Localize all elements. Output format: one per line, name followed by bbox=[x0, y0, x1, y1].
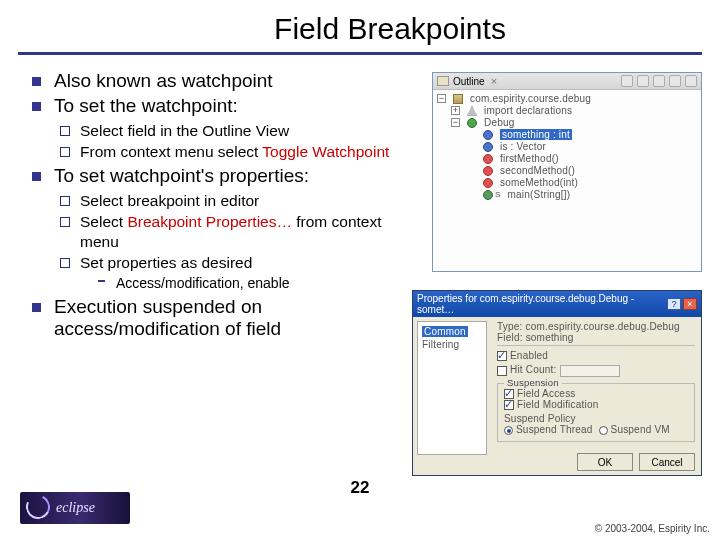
bullet-text: To set the watchpoint: bbox=[54, 95, 238, 116]
title-area: Field Breakpoints bbox=[0, 0, 720, 55]
enabled-checkbox[interactable] bbox=[497, 351, 507, 361]
tree-imports[interactable]: import declarations bbox=[484, 105, 572, 116]
hitcount-label: Hit Count: bbox=[510, 364, 556, 375]
type-label: Type: bbox=[497, 321, 522, 332]
static-method-icon bbox=[483, 190, 493, 200]
outline-tab[interactable]: Outline × bbox=[433, 73, 701, 90]
class-icon bbox=[467, 118, 477, 128]
outline-view: Outline × − com.espirity.course.debug + … bbox=[432, 72, 702, 272]
tree-method[interactable]: someMethod(int) bbox=[500, 177, 578, 188]
title-underline bbox=[18, 52, 702, 55]
category-filtering[interactable]: Filtering bbox=[422, 339, 459, 350]
sort-icon[interactable] bbox=[621, 75, 633, 87]
subsub-access-mod: Access/modification, enable bbox=[98, 275, 397, 293]
field-access-label: Field Access bbox=[517, 388, 576, 399]
method-icon bbox=[483, 154, 493, 164]
tree-package[interactable]: com.espirity.course.debug bbox=[470, 93, 591, 104]
page-number: 22 bbox=[351, 478, 370, 498]
emphasis-toggle: Toggle Watchpoint bbox=[262, 143, 389, 160]
package-icon bbox=[453, 94, 463, 104]
eclipse-ring-icon bbox=[23, 492, 54, 523]
copyright-text: © 2003-2004, Espirity Inc. bbox=[595, 523, 710, 534]
outline-icon bbox=[437, 76, 449, 86]
suspension-group: Suspension Field Access Field Modificati… bbox=[497, 383, 695, 443]
static-badge: S bbox=[495, 190, 501, 199]
field-modification-checkbox[interactable] bbox=[504, 400, 514, 410]
bullet-set-properties: To set watchpoint's properties: Select b… bbox=[32, 165, 397, 293]
expand-icon[interactable]: + bbox=[451, 106, 460, 115]
method-icon bbox=[483, 166, 493, 176]
import-icon bbox=[467, 106, 477, 116]
dialog-titlebar[interactable]: Properties for com.espirity.course.debug… bbox=[413, 291, 701, 317]
outline-toolbar bbox=[621, 75, 697, 87]
properties-panel: Type: com.espirity.course.debug.Debug Fi… bbox=[491, 317, 701, 459]
suspend-vm-radio[interactable] bbox=[599, 426, 608, 435]
sub-toggle-watchpoint: From context menu select Toggle Watchpoi… bbox=[60, 142, 397, 161]
method-icon bbox=[483, 178, 493, 188]
properties-categories: Common Filtering bbox=[417, 321, 487, 455]
help-button[interactable]: ? bbox=[667, 298, 681, 310]
suspend-policy-label: Suspend Policy bbox=[504, 413, 576, 424]
hide-fields-icon[interactable] bbox=[637, 75, 649, 87]
suspension-label: Suspension bbox=[504, 377, 562, 388]
close-button[interactable]: × bbox=[683, 298, 697, 310]
hide-static-icon[interactable] bbox=[653, 75, 665, 87]
tree-method[interactable]: main(String[]) bbox=[508, 189, 571, 200]
sub-set-properties: Set properties as desired Access/modific… bbox=[60, 253, 397, 293]
bullet-alias: Also known as watchpoint bbox=[32, 70, 397, 92]
hide-nonpublic-icon[interactable] bbox=[669, 75, 681, 87]
ok-button[interactable]: OK bbox=[577, 453, 633, 471]
sub-breakpoint-properties: Select Breakpoint Properties… from conte… bbox=[60, 212, 397, 251]
sub-select-breakpoint: Select breakpoint in editor bbox=[60, 191, 397, 210]
tree-class[interactable]: Debug bbox=[484, 117, 514, 128]
tree-method[interactable]: secondMethod() bbox=[500, 165, 575, 176]
outline-tab-label: Outline bbox=[453, 76, 485, 87]
suspend-thread-label: Suspend Thread bbox=[516, 424, 593, 435]
hitcount-field[interactable] bbox=[560, 365, 620, 377]
field-value: something bbox=[526, 332, 574, 343]
menu-icon[interactable] bbox=[685, 75, 697, 87]
bullet-list: Also known as watchpoint To set the watc… bbox=[32, 70, 397, 340]
outline-tree: − com.espirity.course.debug + import dec… bbox=[433, 90, 701, 203]
field-icon bbox=[483, 142, 493, 152]
field-modification-label: Field Modification bbox=[517, 399, 598, 410]
tree-field-selected[interactable]: something : int bbox=[500, 129, 572, 140]
logo-text: eclipse bbox=[56, 500, 95, 516]
cancel-button[interactable]: Cancel bbox=[639, 453, 695, 471]
sub-select-field: Select field in the Outline View bbox=[60, 121, 397, 140]
hitcount-checkbox[interactable] bbox=[497, 366, 507, 376]
enabled-label: Enabled bbox=[510, 350, 548, 361]
type-value: com.espirity.course.debug.Debug bbox=[525, 321, 679, 332]
collapse-icon[interactable]: − bbox=[437, 94, 446, 103]
bullet-set-watchpoint: To set the watchpoint: Select field in t… bbox=[32, 95, 397, 162]
bullet-text: To set watchpoint's properties: bbox=[54, 165, 309, 186]
suspend-vm-label: Suspend VM bbox=[611, 424, 670, 435]
dialog-title: Properties for com.espirity.course.debug… bbox=[417, 293, 667, 315]
bullet-execution-suspended: Execution suspended on access/modificati… bbox=[32, 296, 397, 340]
close-icon[interactable]: × bbox=[491, 75, 497, 87]
suspend-thread-radio[interactable] bbox=[504, 426, 513, 435]
tree-field[interactable]: is : Vector bbox=[500, 141, 546, 152]
tree-method[interactable]: firstMethod() bbox=[500, 153, 559, 164]
eclipse-logo: eclipse bbox=[20, 492, 130, 524]
properties-dialog: Properties for com.espirity.course.debug… bbox=[412, 290, 702, 476]
field-label: Field: bbox=[497, 332, 523, 343]
collapse-icon[interactable]: − bbox=[451, 118, 460, 127]
emphasis-properties: Breakpoint Properties… bbox=[127, 213, 292, 230]
slide: Field Breakpoints Also known as watchpoi… bbox=[0, 0, 720, 540]
slide-title: Field Breakpoints bbox=[0, 12, 720, 46]
category-common[interactable]: Common bbox=[422, 326, 468, 337]
field-icon bbox=[483, 130, 493, 140]
